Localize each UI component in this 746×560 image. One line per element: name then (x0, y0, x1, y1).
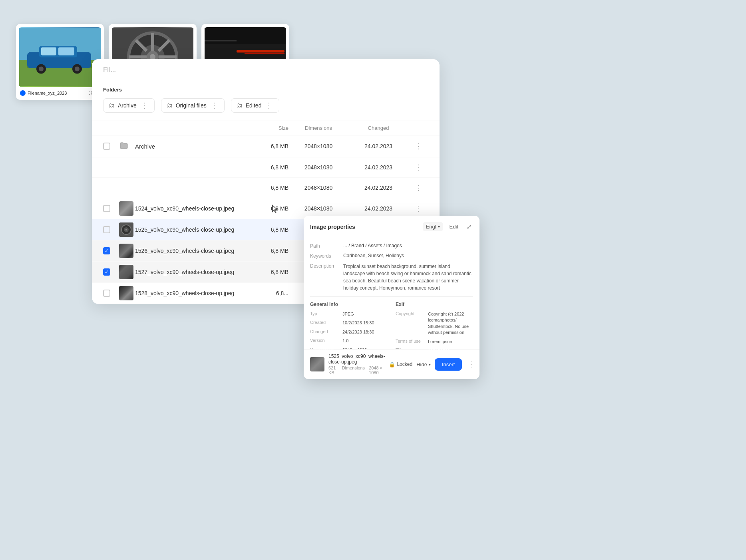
title-label: Title (396, 348, 426, 349)
thumb-1524 (119, 201, 133, 216)
size-1524: 6,8 MB (241, 205, 288, 212)
keywords-value: Caribbean, Sunset, Holidays (343, 253, 473, 259)
bg-card-1-preview (19, 27, 101, 87)
img-props-body: Path ... / Brand / Assets / Images Keywo… (304, 237, 479, 349)
archive-folder-row[interactable]: Archive 6,8 MB 2048×1080 24.02.2023 ⋮ (92, 135, 440, 157)
spacer-row-1: 6,8 MB 2048×1080 24.02.2023 ⋮ (92, 157, 440, 178)
hide-label: Hide (416, 361, 427, 367)
folders-section: Folders 🗂 Archive ⋮ 🗂 Original files ⋮ 🗂… (92, 77, 440, 121)
bg-card-1-footer: Filename_xyz_2023 JPEG (19, 90, 101, 96)
thumb-1528 (119, 286, 133, 300)
typ-row: Typ JPEG (310, 311, 388, 317)
title-value: 123456789 (428, 348, 473, 349)
created-label: Created (310, 320, 340, 326)
props-path-row: Path ... / Brand / Assets / Images (310, 243, 473, 249)
locked-label: Locked (397, 361, 412, 367)
folder-chip-archive[interactable]: 🗂 Archive ⋮ (103, 98, 155, 113)
folder-more-archive[interactable]: ⋮ (140, 102, 149, 109)
exif-label: Exif (396, 302, 473, 307)
keywords-label: Keywords (310, 253, 340, 259)
spacer-row-2: 6,8 MB 2048×1080 24.02.2023 ⋮ (92, 178, 440, 198)
svg-rect-29 (205, 40, 237, 42)
spacer-2-more[interactable]: ⋮ (408, 182, 428, 194)
hide-button[interactable]: Hide ▾ (416, 361, 431, 367)
expand-button[interactable]: ⤢ (465, 221, 473, 232)
archive-more-btn[interactable]: ⋮ (408, 140, 428, 152)
copyright-label: Copyright (396, 311, 426, 336)
edit-button[interactable]: Edit (446, 222, 462, 231)
spacer-1-more[interactable]: ⋮ (408, 161, 428, 173)
spacer-1-dim: 2048×1080 (288, 164, 348, 171)
more-1524[interactable]: ⋮ (408, 203, 428, 214)
panel-header: Fil... (92, 59, 440, 77)
dimensions-value: 2048 × 1080 (342, 347, 388, 349)
bg-card-1[interactable]: Filename_xyz_2023 JPEG (16, 24, 104, 100)
th-dimensions: Dimensions (288, 125, 348, 131)
archive-date: 24.02.2023 (348, 143, 408, 149)
lock-indicator: 🔒 Locked (389, 361, 412, 367)
props-description-row: Description Tropical sunset beach backgr… (310, 263, 473, 292)
chevron-down-icon: ▾ (438, 224, 440, 229)
thumb-1526 (119, 244, 133, 258)
insert-button[interactable]: Insert (435, 358, 462, 371)
changed-value: 24/2/2023 18:30 (342, 329, 388, 335)
filename-1527: 1527_volvo_xc90_wheels-close-up.jpeg (135, 269, 241, 275)
general-exif-grid: General info Typ JPEG Created 10/2/2023 … (310, 302, 473, 349)
created-value: 10/2/2023 15:30 (342, 320, 388, 326)
terms-label: Terms of use (396, 339, 426, 345)
language-select[interactable]: Engl ▾ (423, 222, 443, 231)
car-svg (19, 27, 101, 87)
version-label: Version (310, 338, 340, 344)
img-props-title: Image properties (310, 224, 355, 230)
footer-thumbnail (310, 357, 324, 371)
spacer-1-date: 24.02.2023 (348, 164, 408, 171)
svg-rect-27 (245, 53, 284, 54)
checkbox-1528[interactable] (103, 290, 110, 297)
general-info-label: General info (310, 302, 388, 307)
version-value: 1.0 (342, 338, 388, 344)
changed-row: Changed 24/2/2023 18:30 (310, 329, 388, 335)
archive-checkbox[interactable] (103, 143, 110, 150)
date-1524: 24.02.2023 (348, 205, 408, 212)
typ-value: JPEG (342, 311, 388, 317)
footer-more-button[interactable]: ⋮ (466, 358, 476, 370)
folders-label: Folders (103, 87, 428, 93)
svg-point-10 (75, 67, 80, 71)
folder-chip-edited[interactable]: 🗂 Edited ⋮ (231, 98, 280, 113)
checkbox-1524[interactable] (103, 205, 110, 212)
th-changed: Changed (348, 125, 408, 131)
footer-file-name: 1525_volvo_xc90_wheels-close-up.jpeg (328, 353, 385, 365)
path-label: Path (310, 243, 340, 249)
img-props-footer: 1525_volvo_xc90_wheels-close-up.jpeg 621… (304, 349, 479, 379)
table-header: Size Dimensions Changed (92, 121, 440, 135)
svg-point-33 (125, 229, 127, 230)
folder-chip-original[interactable]: 🗂 Original files ⋮ (161, 98, 225, 113)
title-row: Title 123456789 (396, 348, 473, 349)
props-keywords-row: Keywords Caribbean, Sunset, Holidays (310, 253, 473, 259)
size-1528: 6,8... (241, 290, 288, 296)
folder-more-original[interactable]: ⋮ (210, 102, 219, 109)
checkbox-1525[interactable] (103, 226, 110, 233)
footer-file-info: 1525_volvo_xc90_wheels-close-up.jpeg 621… (328, 353, 385, 375)
folders-row: 🗂 Archive ⋮ 🗂 Original files ⋮ 🗂 Edited … (103, 98, 428, 113)
folder-icon-edited: 🗂 (236, 102, 243, 109)
version-row: Version 1.0 (310, 338, 388, 344)
folder-more-edited[interactable]: ⋮ (265, 102, 273, 109)
checkbox-1526[interactable]: ✓ (103, 247, 110, 254)
archive-size: 6,8 MB (241, 143, 288, 149)
spacer-1-size: 6,8 MB (241, 164, 288, 171)
filename-1526: 1526_volvo_xc90_wheels-close-up.jpeg (135, 248, 241, 254)
filename-1528: 1528_volvo_xc90_wheels-close-up.jpeg (135, 290, 241, 296)
typ-label: Typ (310, 311, 340, 317)
th-size: Size (241, 125, 288, 131)
checkbox-1527[interactable]: ✓ (103, 268, 110, 276)
footer-dimensions-label: Dimensions (342, 365, 365, 375)
description-label: Description (310, 263, 340, 292)
language-value: Engl (426, 224, 436, 230)
panel-title-partial: Fil... (103, 66, 116, 73)
lock-icon: 🔒 (389, 361, 395, 367)
archive-folder-icon (119, 141, 135, 152)
size-1525: 6,8 MB (241, 226, 288, 233)
footer-file-size: 621 KB (328, 365, 338, 375)
path-value: ... / Brand / Assets / Images (343, 243, 473, 249)
